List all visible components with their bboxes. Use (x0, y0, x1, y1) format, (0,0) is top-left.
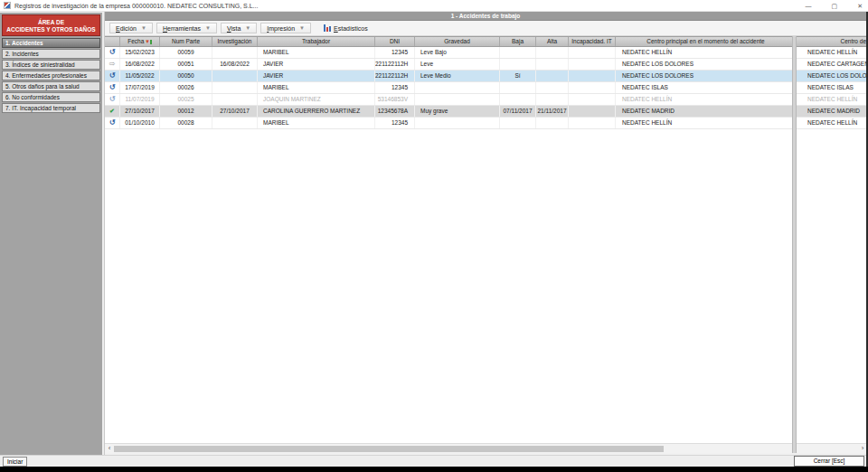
cell-gravedad (415, 82, 500, 93)
column-header-alta[interactable]: Alta (536, 37, 569, 46)
cell-centro-principal: NEDATEC HELLÍN (616, 94, 797, 105)
cell-baja: 07/11/2017 (500, 106, 536, 117)
scrollbar-thumb[interactable] (114, 446, 664, 452)
toolbar-menu-herramientas[interactable]: Herramientas▼ (156, 23, 217, 33)
table-row[interactable]: ↺11/05/202200050JAVIER221122112HLeve Med… (105, 71, 867, 82)
column-header-fecha[interactable]: Fecha▾ (120, 37, 160, 46)
sidebar-item-5-otros-daños-para-la-salud[interactable]: 5. Otros daños para la salud (2, 81, 100, 91)
sidebar-item-2-incidentes[interactable]: 2. Incidentes (2, 49, 100, 59)
cell-gravedad: Leve Medio (415, 71, 500, 81)
close-icon[interactable]: ✕ (857, 0, 863, 12)
sidebar-header-line1: ÁREA DE (3, 19, 99, 26)
iniciar-button[interactable]: Iniciar (3, 457, 27, 467)
cell-investigacion (212, 82, 258, 93)
cell-alta (536, 94, 569, 105)
column-header-baja[interactable]: Baja (500, 37, 536, 46)
sidebar-item-3-índices-de-siniestralidad[interactable]: 3. Índices de siniestralidad (2, 60, 100, 70)
column-header-centro-de[interactable]: Centro de (797, 37, 867, 46)
column-header-gravedad[interactable]: Gravedad (415, 37, 500, 46)
table-header: Fecha▾ Num Parte Investigación Trabajado… (105, 36, 867, 47)
cell-num-parte: 00012 (160, 106, 212, 117)
table-row[interactable]: ↺17/07/201900026MARIBEL12345NEDATEC ISLA… (105, 82, 867, 94)
fecha-header-label: Fecha (127, 38, 144, 44)
row-status-cell: ⇨ (105, 59, 120, 70)
row-status-cell: ✔ (105, 106, 120, 117)
statistics-button[interactable]: Estadísticos (324, 24, 368, 32)
cell-centro-principal: NEDATEC ISLAS (616, 82, 797, 93)
toolbar-menu-impresión[interactable]: Impresión▼ (260, 23, 311, 33)
cell-gravedad: Leve Bajo (415, 47, 500, 58)
cell-incapacidad-it (569, 106, 616, 117)
cell-dni: 12345 (375, 47, 415, 58)
cell-incapacidad-it (569, 71, 616, 81)
cell-dni: 12345 (375, 82, 415, 93)
cell-centro-de: NEDATEC ISLAS (797, 82, 867, 93)
cell-baja (500, 59, 536, 70)
cell-trabajador: JAVIER (258, 59, 375, 70)
titlebar: Registros de investigación de la empresa… (0, 0, 868, 12)
column-header-trabajador[interactable]: Trabajador (258, 37, 375, 46)
chevron-down-icon: ▼ (205, 25, 211, 31)
column-header-num-parte[interactable]: Num Parte (160, 37, 212, 46)
toolbar-menu-label: Herramientas (163, 25, 201, 32)
maximize-button[interactable]: ▢ (832, 0, 838, 12)
cell-incapacidad-it (569, 118, 616, 128)
table-row[interactable]: ↺01/10/201000028MARIBEL12345NEDATEC HELL… (105, 118, 867, 129)
table-row[interactable]: ↺11/07/201900025JOAQUIN MARTINEZ53146853… (105, 94, 867, 106)
toolbar-menu-edición[interactable]: Edición▼ (109, 23, 153, 33)
table-row[interactable]: ⇨16/08/20220005116/08/2022JAVIER22112211… (105, 59, 867, 71)
pending-blue-icon: ↺ (109, 95, 116, 103)
cell-num-parte: 00025 (160, 94, 212, 105)
scroll-left-arrow-icon[interactable]: ‹ (105, 444, 114, 453)
pending-blue-icon: ↺ (109, 71, 116, 80)
bottom-strip (0, 467, 868, 472)
cell-centro-principal: NEDATEC HELLÍN (616, 47, 797, 58)
pending-blue-icon: ↺ (109, 118, 116, 127)
pending-blue-icon: ↺ (109, 48, 116, 56)
cell-dni: 12345678A (375, 106, 415, 117)
panel-title: 1 - Accidentes de trabajo (105, 12, 866, 21)
minimize-button[interactable]: — (806, 0, 812, 12)
column-header-investigacion[interactable]: Investigación (212, 37, 258, 46)
column-header-dni[interactable]: DNI (375, 37, 415, 46)
cell-centro-de: NEDATEC HELLÍN (797, 118, 867, 128)
column-divider (792, 36, 797, 453)
cell-num-parte: 00059 (160, 47, 212, 58)
statistics-label: Estadísticos (334, 25, 368, 32)
cerrar-button[interactable]: Cerrar [Esc] (794, 456, 864, 467)
cell-investigacion (212, 118, 258, 128)
cell-num-parte: 00050 (160, 71, 212, 81)
cell-alta (536, 82, 569, 93)
cell-num-parte: 00028 (160, 118, 212, 128)
window-title: Registros de investigación de la empresa… (14, 3, 258, 9)
sidebar-item-7-it-incapacidad-temporal[interactable]: 7. IT. Incapacidad temporal (2, 103, 100, 113)
table-row[interactable]: ✔27/10/20170001227/10/2017CAROLINA GUERR… (105, 106, 867, 118)
pending-blue-icon: ↺ (109, 83, 116, 91)
sidebar-items: 1. Accidentes2. Incidentes3. Índices de … (0, 38, 102, 113)
cell-incapacidad-it (569, 94, 616, 105)
cell-investigacion (212, 71, 258, 81)
sidebar-item-4-enfermedades-profesionales[interactable]: 4. Enfermedades profesionales (2, 71, 100, 80)
sidebar-item-6-no-conformidades[interactable]: 6. No conformidades (2, 92, 100, 102)
cell-gravedad (415, 118, 500, 128)
toolbar-menu-vista[interactable]: Vista▼ (221, 23, 257, 33)
cell-centro-principal: NEDATEC HELLÍN (616, 118, 797, 128)
sidebar-header: ÁREA DE ACCIDENTES Y OTROS DAÑOS (2, 14, 100, 36)
cell-alta (536, 71, 569, 81)
row-status-cell: ↺ (105, 47, 120, 58)
cell-dni: 221122112H (375, 59, 415, 70)
sort-icon: ▾ (146, 38, 149, 44)
column-header-centro-principal[interactable]: Centro principal en el momento del accid… (616, 37, 797, 46)
cell-trabajador: JOAQUIN MARTINEZ (258, 94, 375, 105)
cell-centro-de: NEDATEC CARTAGENA (797, 59, 867, 70)
column-header-incapacidad[interactable]: Incapacidad. IT (569, 37, 616, 46)
toolbar-menu-label: Edición (116, 25, 137, 32)
cell-centro-principal: NEDATEC MADRID (616, 106, 797, 117)
toolbar: Edición▼Herramientas▼Vista▼Impresión▼ Es… (105, 21, 866, 36)
cell-alta (536, 47, 569, 58)
table-row[interactable]: ↺15/02/202300059MARIBEL12345Leve BajoNED… (105, 47, 867, 59)
chevron-down-icon: ▼ (245, 25, 250, 31)
cell-baja (500, 47, 536, 58)
sidebar-item-1-accidentes[interactable]: 1. Accidentes (2, 38, 100, 48)
horizontal-scrollbar[interactable]: ‹ › (105, 443, 867, 453)
